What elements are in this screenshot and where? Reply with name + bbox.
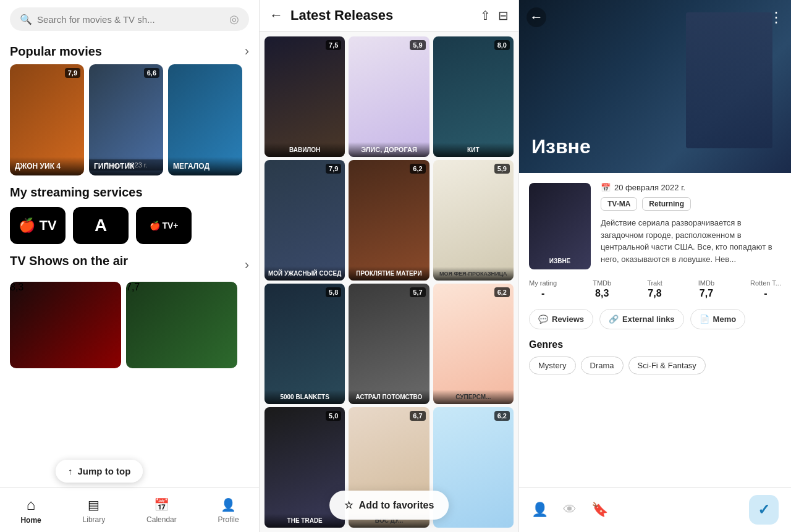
up-icon: ↑ (68, 466, 73, 476)
genres-section: Genres Mystery Drama Sci-Fi & Fantasy (529, 339, 781, 374)
release-title: АСТРАЛ ПОТОМСТВО (349, 390, 429, 404)
genre-scifi[interactable]: Sci-Fi & Fantasy (628, 357, 706, 374)
right-more-icon[interactable]: ⋮ (769, 9, 784, 26)
nav-home-label: Home (20, 516, 41, 525)
release-title: THE TRADE (264, 513, 345, 528)
rating-badge: 6,2 (494, 411, 510, 421)
latest-releases-title: Latest Releases (290, 7, 473, 23)
movie-card-hypnotic[interactable]: 6,6 6 июл. 2023 г. ГИПНОТИК (89, 64, 163, 175)
poster-text: ИЗВНЕ (549, 258, 571, 264)
tv-shows-chevron[interactable]: › (245, 257, 249, 273)
library-icon (88, 497, 99, 513)
person-icon[interactable]: 👤 (531, 502, 548, 518)
release-card-babylon[interactable]: 7,5 ВАВИЛОН (264, 36, 345, 157)
tmdb-rating: TMDb 8,3 (593, 279, 611, 299)
external-links-label: External links (622, 315, 675, 324)
add-favorites-label: Add to favorites (359, 500, 434, 511)
popular-movies-chevron[interactable]: › (245, 43, 249, 59)
calendar2-icon: 📅 (601, 183, 611, 192)
apple-tv-plus-logo[interactable]: 🍎 TV+ (136, 207, 192, 244)
release-card-alice[interactable]: 5,9 ЭЛИС, ДОРОГАЯ (349, 36, 429, 157)
nav-library[interactable]: Library (73, 492, 116, 529)
detail-tags: TV-MA Returning (601, 197, 781, 211)
release-card-neighbor[interactable]: 7,9 МОЙ УЖАСНЫЙ СОСЕД (264, 160, 345, 281)
genre-drama[interactable]: Drama (581, 357, 624, 374)
movie-title-overlay: МЕГАЛОД (168, 157, 242, 175)
release-title: 5000 BLANKETS (264, 390, 345, 404)
nav-calendar-label: Calendar (146, 515, 177, 524)
right-details: ИЗВНЕ 📅 20 февраля 2022 г. TV-MA Returni… (519, 173, 791, 487)
rating-badge: 8,3 (10, 282, 121, 293)
release-title: ВАВИЛОН (264, 143, 345, 157)
streaming-logos: 🍎 TV A 🍎 TV+ (10, 207, 249, 244)
genres-title: Genres (529, 339, 781, 350)
ratings-row: My rating - TMDb 8,3 Trakt 7,8 IMDb 7,7 … (529, 279, 781, 299)
layout-icon[interactable]: ⊟ (498, 8, 509, 23)
movie-card-jw4[interactable]: 7,9 ДЖОН УИК 4 (10, 64, 84, 175)
detail-description: Действие сериала разворачивается в загад… (601, 217, 781, 265)
bab-icons: 👤 👁 🔖 (531, 502, 608, 518)
trakt-rating: Trakt 7,8 (647, 279, 662, 299)
nav-profile-label: Profile (218, 515, 239, 524)
releases-grid: 7,5 ВАВИЛОН 5,9 ЭЛИС, ДОРОГАЯ 8,0 КИТ 7,… (260, 32, 518, 532)
reviews-button[interactable]: 💬 Reviews (529, 309, 593, 329)
release-title: ПРОКЛЯТИЕ МАТЕРИ (349, 266, 429, 281)
nav-profile[interactable]: Profile (208, 492, 249, 529)
status-tag: Returning (642, 197, 691, 211)
popular-movies-title: Popular movies (10, 44, 102, 59)
popular-movies-row: 7,9 ДЖОН УИК 4 6,6 6 июл. 2023 г. ГИПНОТ… (0, 64, 259, 185)
search-input[interactable] (37, 14, 224, 25)
popular-movies-header: Popular movies › (0, 38, 259, 64)
tv-shows-row: 8,3 7,7 (10, 282, 249, 368)
trakt-label: Trakt (647, 279, 662, 287)
check-button[interactable]: ✓ (749, 495, 779, 525)
back-icon[interactable]: ← (269, 7, 283, 23)
release-title: МОЙ УЖАСНЫЙ СОСЕД (264, 266, 345, 281)
imdb-rating: IMDb 7,7 (698, 279, 714, 299)
add-to-favorites-button[interactable]: ☆ Add to favorites (329, 491, 449, 520)
movie-card-megalod[interactable]: МЕГАЛОД (168, 64, 242, 175)
right-panel: ← ⋮ Извне ИЗВНЕ 📅 20 февраля 2022 г. TV-… (519, 0, 791, 532)
tv-show-card-2[interactable]: 7,7 (126, 282, 237, 368)
a-tv-logo[interactable]: A (73, 207, 129, 244)
release-card-supersm[interactable]: 6,2 СУПЕРСМ... (433, 284, 514, 404)
movie-title-overlay: ГИПНОТИК (89, 157, 163, 175)
link-icon: 🔗 (609, 315, 619, 324)
eye-off-icon[interactable]: 👁 (563, 502, 577, 518)
trakt-value: 7,8 (648, 288, 661, 299)
memo-button[interactable]: 📄 Memo (690, 309, 746, 329)
nav-calendar[interactable]: Calendar (137, 492, 187, 529)
tv-shows-section: TV Shows on the air › 8,3 7,7 (0, 254, 259, 368)
tv-shows-title: TV Shows on the air (10, 254, 128, 268)
calendar-icon (154, 497, 169, 513)
release-card-kit[interactable]: 8,0 КИТ (433, 36, 514, 157)
rating-badge: 7,9 (65, 68, 80, 78)
bookmark-icon[interactable]: 🔖 (591, 502, 608, 518)
right-back-icon[interactable]: ← (527, 7, 546, 27)
release-card-astral[interactable]: 5,7 АСТРАЛ ПОТОМСТВО (349, 284, 429, 404)
nav-library-label: Library (83, 515, 106, 524)
rating-badge: 7,9 (326, 164, 341, 174)
jump-to-top-button[interactable]: ↑ Jump to top (56, 460, 143, 483)
streaming-section: My streaming services 🍎 TV A 🍎 TV+ (0, 185, 259, 254)
target-icon: ◎ (229, 12, 239, 26)
memo-label: Memo (713, 315, 737, 324)
detail-poster: ИЗВНЕ (529, 183, 591, 269)
search-bar[interactable]: ◎ (10, 7, 249, 31)
release-title: ЭЛИС, ДОРОГАЯ (349, 142, 429, 157)
release-card-blankets[interactable]: 5,8 5000 BLANKETS (264, 284, 345, 404)
release-card-fairy[interactable]: 5,9 МОЯ ФЕЯ-ПРОКАЗНИЦА (433, 160, 514, 281)
tv-show-card-1[interactable]: 8,3 (10, 282, 121, 368)
genre-mystery[interactable]: Mystery (529, 357, 576, 374)
release-title: МОЯ ФЕЯ-ПРОКАЗНИЦА (433, 267, 514, 281)
share-icon[interactable]: ⇧ (480, 8, 491, 23)
apple-tv-logo[interactable]: 🍎 TV (10, 207, 66, 244)
search-icon (20, 14, 32, 25)
my-rating-label: My rating (529, 279, 557, 287)
release-title: СУПЕРСМ... (433, 390, 514, 404)
nav-home[interactable]: Home (11, 491, 51, 530)
rating-badge: 5,8 (326, 287, 341, 297)
rating-badge: 6,7 (410, 411, 425, 421)
release-card-curse[interactable]: 6,2 ПРОКЛЯТИЕ МАТЕРИ (349, 160, 429, 281)
external-links-button[interactable]: 🔗 External links (599, 309, 684, 329)
